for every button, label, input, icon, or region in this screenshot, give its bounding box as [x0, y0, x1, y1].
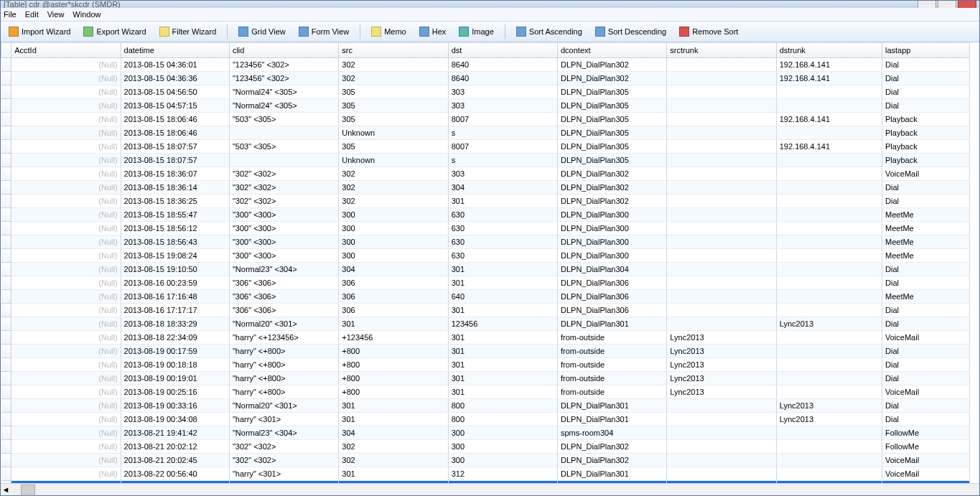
table-row[interactable]: (Null)2013-08-15 04:57:15"Normal24" <305… — [1, 99, 970, 113]
table-row[interactable]: (Null)2013-08-18 18:33:29"Normal20" <301… — [1, 317, 970, 331]
cell-srctrunk[interactable] — [667, 154, 776, 167]
cell-dst[interactable]: 800 — [448, 399, 557, 413]
cell-clid[interactable]: "300" <300> — [229, 249, 338, 263]
cell-src[interactable]: 301 — [339, 399, 448, 413]
row-header[interactable] — [1, 99, 11, 113]
cell-clid[interactable]: "300" <300> — [229, 235, 338, 249]
cell-srctrunk[interactable] — [667, 399, 776, 413]
cell-srctrunk[interactable] — [667, 263, 776, 276]
cell-dst[interactable]: 123456 — [448, 317, 557, 331]
cell-dstrunk[interactable] — [776, 372, 882, 385]
cell-dcontext[interactable]: DLPN_DialPlan305 — [558, 154, 667, 167]
filter-wizard-button[interactable]: Filter Wizard — [154, 24, 222, 39]
cell-dst[interactable]: s — [448, 154, 557, 167]
row-header[interactable] — [1, 385, 11, 399]
cell-lastapp[interactable]: Dial — [882, 181, 970, 195]
cell-srctrunk[interactable] — [667, 467, 776, 481]
cell-clid[interactable]: "300" <300> — [229, 222, 338, 235]
cell-datetime[interactable]: 2013-08-15 19:08:24 — [121, 249, 229, 263]
corner-cell[interactable] — [1, 43, 11, 58]
cell-dstrunk[interactable] — [776, 345, 882, 358]
cell-clid[interactable]: "Normal24" <305> — [229, 99, 338, 113]
cell-dstrunk[interactable] — [776, 290, 882, 304]
cell-src[interactable]: 305 — [339, 113, 448, 126]
col-src[interactable]: src — [339, 43, 448, 58]
cell-lastapp[interactable]: Dial — [882, 317, 970, 331]
cell-datetime[interactable]: 2013-08-15 18:06:46 — [121, 113, 229, 126]
cell-src[interactable]: +800 — [339, 385, 448, 399]
cell-src[interactable]: Unknown — [339, 126, 448, 140]
cell-dst[interactable]: 640 — [448, 290, 557, 304]
cell-dst[interactable]: 303 — [448, 167, 557, 181]
cell-src[interactable]: 302 — [339, 454, 448, 467]
row-header[interactable] — [1, 454, 11, 467]
cell-clid[interactable]: "harry" <301> — [229, 413, 338, 426]
cell-srctrunk[interactable]: Lync2013 — [667, 345, 776, 358]
cell-datetime[interactable]: 2013-08-15 18:56:43 — [121, 235, 229, 249]
cell-datetime[interactable]: 2013-08-21 20:02:45 — [121, 454, 229, 467]
row-header[interactable] — [1, 426, 11, 440]
cell-src[interactable]: 300 — [339, 208, 448, 222]
cell-srctrunk[interactable] — [667, 126, 776, 140]
cell-datetime[interactable]: 2013-08-19 00:19:01 — [121, 372, 229, 385]
cell-datetime[interactable]: 2013-08-16 00:23:59 — [121, 276, 229, 290]
table-row[interactable]: (Null)2013-08-19 00:34:08"harry" <301>30… — [1, 413, 970, 426]
cell-dcontext[interactable]: DLPN_DialPlan305 — [558, 140, 667, 154]
row-header[interactable] — [1, 358, 11, 372]
cell-lastapp[interactable]: Playback — [882, 154, 970, 167]
cell-acctid[interactable]: (Null) — [11, 99, 121, 113]
cell-src[interactable]: 301 — [339, 413, 448, 426]
cell-src[interactable]: Unknown — [339, 154, 448, 167]
cell-dst[interactable]: 301 — [448, 331, 557, 345]
data-grid[interactable]: AcctId datetime clid src dst dcontext sr… — [1, 42, 979, 483]
col-dstrunk[interactable]: dstrunk — [776, 43, 882, 58]
cell-clid[interactable] — [229, 154, 338, 167]
cell-dcontext[interactable]: DLPN_DialPlan300 — [558, 249, 667, 263]
cell-acctid[interactable]: (Null) — [11, 140, 121, 154]
cell-acctid[interactable]: (Null) — [11, 372, 121, 385]
cell-src[interactable]: 306 — [339, 304, 448, 317]
cell-dst[interactable]: 300 — [448, 440, 557, 454]
cell-datetime[interactable]: 2013-08-21 20:02:12 — [121, 440, 229, 454]
cell-srctrunk[interactable] — [667, 454, 776, 467]
cell-acctid[interactable]: (Null) — [11, 440, 121, 454]
col-srctrunk[interactable]: srctrunk — [667, 43, 776, 58]
cell-dcontext[interactable]: DLPN_DialPlan300 — [558, 208, 667, 222]
row-header[interactable] — [1, 85, 11, 99]
import-wizard-button[interactable]: Import Wizard — [4, 24, 75, 39]
table-row[interactable]: (Null)2013-08-15 18:06:46"503" <305>3058… — [1, 113, 970, 126]
cell-dcontext[interactable]: from-outside — [558, 372, 667, 385]
cell-dcontext[interactable]: DLPN_DialPlan302 — [558, 195, 667, 208]
cell-srctrunk[interactable] — [667, 317, 776, 331]
cell-dstrunk[interactable] — [776, 304, 882, 317]
cell-dst[interactable]: 303 — [448, 85, 557, 99]
scroll-thumb[interactable] — [21, 485, 35, 495]
horizontal-scrollbar[interactable]: ◄ — [1, 483, 979, 495]
cell-srctrunk[interactable] — [667, 249, 776, 263]
cell-src[interactable]: 302 — [339, 181, 448, 195]
cell-src[interactable]: 304 — [339, 263, 448, 276]
cell-acctid[interactable]: (Null) — [11, 413, 121, 426]
cell-srctrunk[interactable] — [667, 113, 776, 126]
table-row[interactable]: (Null)2013-08-16 17:16:48"306" <306>3066… — [1, 290, 970, 304]
cell-lastapp[interactable]: MeetMe — [882, 290, 970, 304]
table-row[interactable]: (Null)2013-08-15 18:56:12"300" <300>3006… — [1, 222, 970, 235]
row-header[interactable] — [1, 195, 11, 208]
cell-acctid[interactable]: (Null) — [11, 113, 121, 126]
cell-src[interactable]: 305 — [339, 85, 448, 99]
cell-dst[interactable]: 304 — [448, 181, 557, 195]
table-row[interactable]: (Null)2013-08-15 18:07:57"503" <305>3058… — [1, 140, 970, 154]
cell-src[interactable]: +800 — [339, 372, 448, 385]
cell-datetime[interactable]: 2013-08-16 17:16:48 — [121, 290, 229, 304]
cell-lastapp[interactable]: VoiceMail — [882, 454, 970, 467]
minimize-button[interactable] — [918, 1, 936, 8]
col-acctid[interactable]: AcctId — [11, 43, 121, 58]
cell-clid[interactable]: "harry" <+800> — [229, 385, 338, 399]
cell-srctrunk[interactable] — [667, 208, 776, 222]
remove-sort-button[interactable]: Remove Sort — [674, 24, 743, 39]
cell-lastapp[interactable]: FollowMe — [882, 440, 970, 454]
cell-src[interactable]: 300 — [339, 235, 448, 249]
cell-clid[interactable]: "302" <302> — [229, 454, 338, 467]
cell-clid[interactable]: "harry" <301> — [229, 467, 338, 481]
cell-acctid[interactable]: (Null) — [11, 154, 121, 167]
